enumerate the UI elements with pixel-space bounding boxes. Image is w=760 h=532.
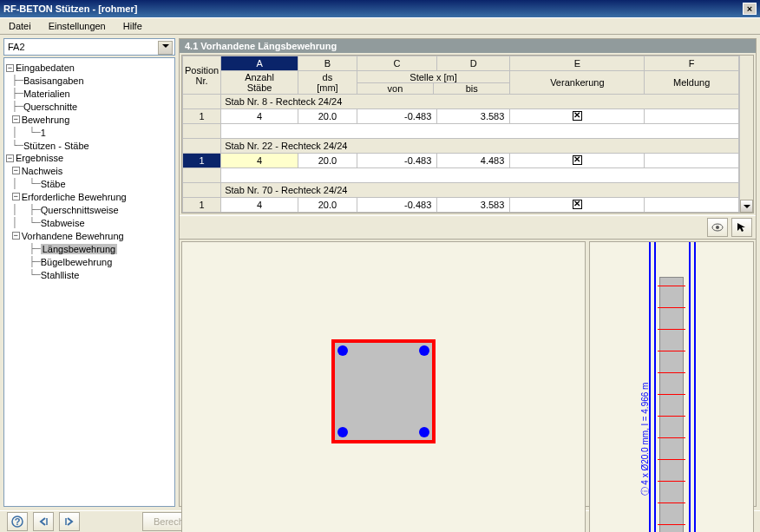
tree-stuetzen[interactable]: └─ Stützen - Stäbe (6, 139, 173, 152)
case-combo-value: FA2 (8, 42, 25, 52)
window-title: RF-BETON Stützen - [rohmer] (3, 3, 137, 14)
table-scrollbar[interactable] (739, 56, 753, 213)
col-letter-d[interactable]: D (437, 56, 510, 71)
menu-bar: Datei Einstellungen Hilfe (0, 17, 760, 35)
tree-querschnittsweise[interactable]: │ ├─ Querschnittsweise (6, 203, 173, 216)
prev-button[interactable] (33, 512, 54, 531)
elevation-view: ⓘ 4 x Ø20.0 mm, l = 4.966 m (589, 241, 754, 532)
elev-bar (654, 242, 656, 532)
col-letter-a[interactable]: A (221, 56, 298, 71)
scroll-down-icon[interactable] (740, 200, 753, 213)
eye-icon (711, 223, 724, 232)
title-bar: RF-BETON Stützen - [rohmer] × (0, 0, 760, 17)
arrow-left-icon (38, 516, 49, 527)
cursor-icon (737, 222, 747, 233)
table-row-empty (183, 124, 739, 139)
rebar-dot (419, 345, 429, 356)
table-row[interactable]: 1 420.0 -0.4834.483 (183, 154, 739, 168)
col-letter-f[interactable]: F (645, 56, 739, 71)
checkbox-icon[interactable] (573, 155, 582, 165)
tree-stabweise[interactable]: │ └─ Stabweise (6, 216, 173, 229)
arrow-right-icon (64, 516, 75, 527)
tree-materialien[interactable]: ├─ Materialien (6, 87, 173, 100)
table-group-3: Stab Nr. 70 - Rechteck 24/24 (183, 183, 739, 198)
table-group-1: Stab Nr. 8 - Rechteck 24/24 (183, 95, 739, 109)
table-row-empty (183, 168, 739, 183)
checkbox-icon[interactable] (573, 200, 582, 209)
tree-querschnitte[interactable]: ├─ Querschnitte (6, 100, 173, 113)
menu-file[interactable]: Datei (3, 19, 36, 33)
rebar-dot (337, 427, 348, 437)
tree-stahlliste[interactable]: └─ Stahlliste (6, 268, 173, 281)
next-button[interactable] (59, 512, 80, 531)
tree-eingabedaten[interactable]: −Eingabedaten (6, 62, 173, 74)
tree-nachweis[interactable]: −Nachweis (6, 164, 173, 177)
cross-section-view: Längsbewehrung-Abmessungen: 4.000/I. Ver… (181, 241, 586, 532)
tree-bewehrung-1[interactable]: │ └─ 1 (6, 126, 173, 139)
help-button[interactable]: ? (7, 512, 28, 531)
col-ds: ds [mm] (298, 71, 357, 95)
col-letter-e[interactable]: E (510, 56, 645, 71)
col-letter-b[interactable]: B (298, 56, 357, 71)
panel-title: 4.1 Vorhandene Längsbewehrung (180, 39, 756, 53)
case-combo[interactable]: FA2 (3, 38, 175, 56)
cross-section-shape (331, 339, 436, 443)
help-icon: ? (11, 516, 23, 528)
col-stelle: Stelle x [m] vonbis (357, 71, 510, 95)
close-button[interactable]: × (743, 3, 757, 15)
col-position: Position Nr. (183, 56, 221, 95)
menu-help[interactable]: Hilfe (118, 19, 147, 33)
elev-bar (694, 242, 696, 532)
elev-label: ⓘ 4 x Ø20.0 mm, l = 4.966 m (639, 352, 652, 526)
table-row[interactable]: 1 420.0 -0.4833.583 (183, 198, 739, 213)
tree-erf-bewehrung[interactable]: −Erforderliche Bewehrung (6, 190, 173, 203)
nav-tree[interactable]: −Eingabedaten ├─ Basisangaben ├─ Materia… (3, 57, 175, 507)
rebar-dot (337, 345, 348, 356)
col-meldung: Meldung (645, 71, 739, 95)
tree-bewehrung[interactable]: −Bewehrung (6, 113, 173, 126)
tree-buegelbewehrung[interactable]: ├─ Bügelbewehrung (6, 255, 173, 268)
rebar-dot (419, 427, 429, 437)
tree-vorh-bewehrung[interactable]: −Vorhandene Bewehrung (6, 229, 173, 242)
tree-ergebnisse[interactable]: −Ergebnisse (6, 152, 173, 164)
col-letter-c[interactable]: C (357, 56, 436, 71)
checkbox-icon[interactable] (573, 111, 582, 121)
table-group-2: Stab Nr. 22 - Rechteck 24/24 (183, 139, 739, 154)
tree-nachweis-staebe[interactable]: │ └─ Stäbe (6, 177, 173, 190)
elev-bar (689, 242, 691, 532)
table-toolbar (180, 215, 756, 240)
chevron-down-icon (162, 44, 169, 48)
pick-button[interactable] (731, 218, 752, 237)
col-verankerung: Verankerung (510, 71, 645, 95)
tree-laengsbewehrung[interactable]: ├─ Längsbewehrung (6, 242, 173, 255)
rebar-table[interactable]: Position Nr. A B C D E F Anzahl Stäbe ds… (182, 56, 739, 213)
menu-settings[interactable]: Einstellungen (43, 19, 111, 33)
show-button[interactable] (707, 218, 728, 237)
tree-basisangaben[interactable]: ├─ Basisangaben (6, 74, 173, 87)
svg-point-1 (716, 226, 719, 229)
elev-column (659, 277, 684, 532)
svg-text:?: ? (15, 516, 21, 527)
col-anzahl: Anzahl Stäbe (221, 71, 298, 95)
table-row[interactable]: 1 420.0 -0.4833.583 (183, 109, 739, 124)
